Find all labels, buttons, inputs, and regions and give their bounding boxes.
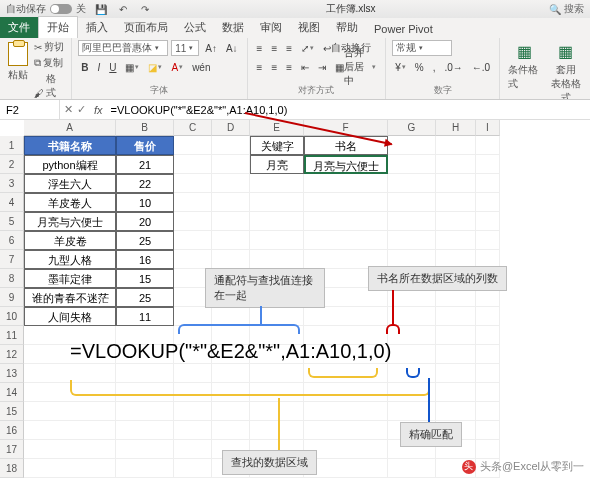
cell-A2[interactable]: python编程	[24, 155, 116, 174]
tab-layout[interactable]: 页面布局	[116, 17, 176, 38]
tab-formulas[interactable]: 公式	[176, 17, 214, 38]
cell-I6[interactable]	[476, 231, 500, 250]
tab-data[interactable]: 数据	[214, 17, 252, 38]
cell-A5[interactable]: 月亮与六便士	[24, 212, 116, 231]
paste-button[interactable]: 粘贴	[6, 40, 30, 84]
cell-G14[interactable]	[388, 383, 436, 402]
format-painter-button[interactable]: 🖌格式刷	[34, 72, 65, 100]
row-header-6[interactable]: 6	[0, 231, 24, 250]
cell-C4[interactable]	[174, 193, 212, 212]
cell-G6[interactable]	[388, 231, 436, 250]
cell-E7[interactable]	[250, 250, 304, 269]
row-header-16[interactable]: 16	[0, 421, 24, 440]
cell-B3[interactable]: 22	[116, 174, 174, 193]
cell-I4[interactable]	[476, 193, 500, 212]
indent-decrease-icon[interactable]: ⇤	[298, 59, 312, 75]
cell-I15[interactable]	[476, 402, 500, 421]
cell-B1[interactable]: 售价	[116, 136, 174, 155]
row-header-5[interactable]: 5	[0, 212, 24, 231]
col-header-E[interactable]: E	[250, 120, 304, 136]
cell-B17[interactable]	[116, 440, 174, 459]
align-top-icon[interactable]: ≡	[254, 40, 266, 56]
cell-B8[interactable]: 15	[116, 269, 174, 288]
cell-H3[interactable]	[436, 174, 476, 193]
col-header-F[interactable]: F	[304, 120, 388, 136]
cell-F1[interactable]: 书名	[304, 136, 388, 155]
border-button[interactable]: ▦	[122, 59, 142, 75]
cell-H12[interactable]	[436, 345, 476, 364]
cell-E16[interactable]	[250, 421, 304, 440]
cell-I5[interactable]	[476, 212, 500, 231]
cell-G10[interactable]	[388, 307, 436, 326]
cell-H2[interactable]	[436, 155, 476, 174]
cell-D5[interactable]	[212, 212, 250, 231]
cell-I10[interactable]	[476, 307, 500, 326]
cell-C3[interactable]	[174, 174, 212, 193]
cell-G3[interactable]	[388, 174, 436, 193]
conditional-format-button[interactable]: ▦ 条件格式	[506, 40, 543, 93]
tab-view[interactable]: 视图	[290, 17, 328, 38]
cell-F6[interactable]	[304, 231, 388, 250]
cell-B10[interactable]: 11	[116, 307, 174, 326]
cell-H11[interactable]	[436, 326, 476, 345]
cell-C18[interactable]	[174, 459, 212, 478]
cell-C7[interactable]	[174, 250, 212, 269]
currency-icon[interactable]: ¥	[392, 59, 409, 75]
cell-H18[interactable]	[436, 459, 476, 478]
enter-formula-icon[interactable]: ✓	[77, 103, 86, 116]
row-header-1[interactable]: 1	[0, 136, 24, 155]
cell-I3[interactable]	[476, 174, 500, 193]
col-header-A[interactable]: A	[24, 120, 116, 136]
cell-I13[interactable]	[476, 364, 500, 383]
cell-D10[interactable]	[212, 307, 250, 326]
worksheet[interactable]: ABCDEFGHI 1书籍名称售价关键字书名2python编程21月亮月亮与六便…	[0, 120, 590, 478]
cell-I1[interactable]	[476, 136, 500, 155]
underline-button[interactable]: U	[106, 59, 119, 75]
cell-B4[interactable]: 10	[116, 193, 174, 212]
cell-C15[interactable]	[174, 402, 212, 421]
cell-H5[interactable]	[436, 212, 476, 231]
font-size-select[interactable]: 11▾	[171, 40, 199, 56]
cell-C17[interactable]	[174, 440, 212, 459]
formula-bar[interactable]: =VLOOKUP("*"&E2&"*",A1:A10,1,0)	[107, 104, 590, 116]
redo-icon[interactable]: ↷	[138, 2, 152, 16]
indent-increase-icon[interactable]: ⇥	[315, 59, 329, 75]
cell-A13[interactable]	[24, 364, 116, 383]
cell-I11[interactable]	[476, 326, 500, 345]
cell-A17[interactable]	[24, 440, 116, 459]
cell-D7[interactable]	[212, 250, 250, 269]
autosave-toggle[interactable]: 自动保存 关	[6, 2, 86, 16]
undo-icon[interactable]: ↶	[116, 2, 130, 16]
row-header-7[interactable]: 7	[0, 250, 24, 269]
row-header-9[interactable]: 9	[0, 288, 24, 307]
cell-F3[interactable]	[304, 174, 388, 193]
cell-E10[interactable]	[250, 307, 304, 326]
align-center-icon[interactable]: ≡	[268, 59, 280, 75]
cell-H10[interactable]	[436, 307, 476, 326]
tab-file[interactable]: 文件	[0, 17, 38, 38]
search-box[interactable]: 🔍 搜索	[549, 2, 584, 16]
cell-F14[interactable]	[304, 383, 388, 402]
cell-B18[interactable]	[116, 459, 174, 478]
col-header-H[interactable]: H	[436, 120, 476, 136]
cell-C6[interactable]	[174, 231, 212, 250]
cell-D2[interactable]	[212, 155, 250, 174]
row-header-17[interactable]: 17	[0, 440, 24, 459]
name-box[interactable]: F2	[0, 100, 60, 119]
cell-H1[interactable]	[436, 136, 476, 155]
cell-G12[interactable]	[388, 345, 436, 364]
row-header-18[interactable]: 18	[0, 459, 24, 478]
tab-insert[interactable]: 插入	[78, 17, 116, 38]
cell-E13[interactable]	[250, 364, 304, 383]
cell-G18[interactable]	[388, 459, 436, 478]
cell-C16[interactable]	[174, 421, 212, 440]
phonetic-button[interactable]: wén	[189, 59, 213, 75]
cell-H6[interactable]	[436, 231, 476, 250]
cell-F4[interactable]	[304, 193, 388, 212]
cell-D13[interactable]	[212, 364, 250, 383]
cell-B6[interactable]: 25	[116, 231, 174, 250]
cell-C14[interactable]	[174, 383, 212, 402]
cell-D3[interactable]	[212, 174, 250, 193]
row-header-12[interactable]: 12	[0, 345, 24, 364]
italic-button[interactable]: I	[94, 59, 103, 75]
